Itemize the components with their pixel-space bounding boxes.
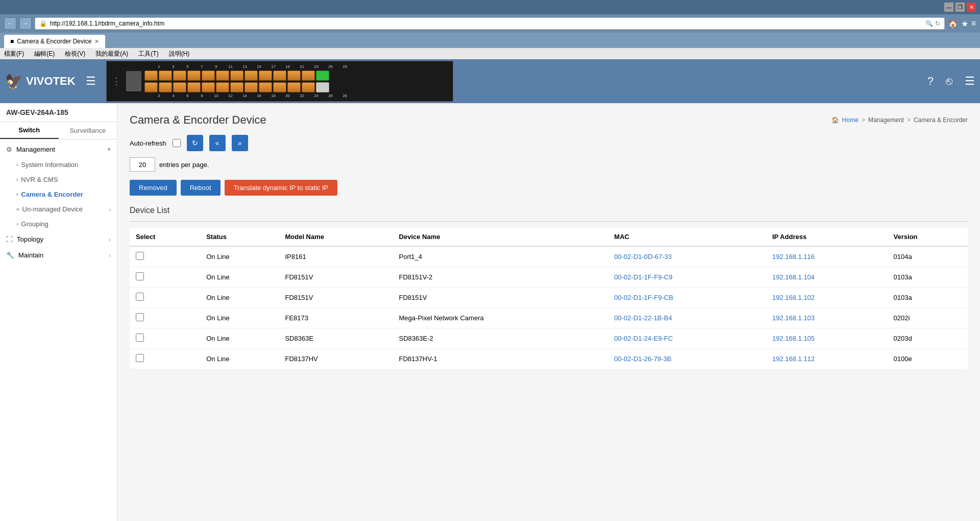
port [159, 70, 172, 81]
chevron-down-icon: ▾ [108, 146, 111, 153]
cell-status: On Line [200, 267, 279, 288]
settings-icon[interactable]: ☰ [965, 75, 975, 88]
cell-ip[interactable]: 192.168.1.112 [772, 355, 815, 363]
dots-icon: ⋮ [112, 76, 121, 87]
cell-version: 0103a [888, 267, 968, 288]
port [287, 82, 301, 92]
port [302, 82, 315, 92]
back-button[interactable]: ← [4, 17, 16, 30]
cell-status: On Line [200, 288, 279, 308]
page-title: Camera & Encorder Device [130, 113, 266, 127]
breadcrumb-management: Management [868, 116, 904, 124]
forward-button[interactable]: → [19, 17, 32, 30]
cell-mac[interactable]: 00-02-D1-1F-F9-C9 [614, 273, 672, 281]
row-checkbox[interactable] [136, 334, 144, 342]
refresh-icon[interactable]: ↻ [935, 20, 940, 27]
search-icon[interactable]: 🔍 [925, 20, 933, 27]
cell-status: On Line [200, 349, 279, 369]
device-table: Select Status Model Name Device Name MAC… [130, 228, 968, 369]
divider [130, 221, 968, 222]
switch-tab-button[interactable]: Switch [0, 122, 59, 139]
help-icon[interactable]: ? [927, 75, 934, 88]
close-button[interactable]: ✕ [967, 3, 976, 12]
breadcrumb: 🏠 Home > Management > Camera & Encorder [831, 116, 968, 124]
cell-model: FE8173 [279, 308, 393, 328]
cell-ip[interactable]: 192.168.1.103 [772, 314, 815, 322]
url-input[interactable] [50, 20, 923, 27]
breadcrumb-home[interactable]: Home [842, 116, 859, 124]
menu-help[interactable]: 說明(H) [169, 50, 190, 58]
auto-refresh-label: Auto-refresh [130, 139, 166, 147]
browser-tab[interactable]: ■ Camera & Encorder Device ✕ [4, 35, 105, 48]
menu-edit[interactable]: 編輯(E) [34, 50, 55, 58]
content-area: Camera & Encorder Device 🏠 Home > Manage… [117, 103, 980, 521]
removed-button[interactable]: Removed [130, 180, 177, 196]
maintain-nav-header[interactable]: 🔧 Maintain ‹ [0, 247, 117, 263]
tab-close-button[interactable]: ✕ [94, 38, 99, 45]
address-bar[interactable]: 🔒 🔍 ↻ [35, 17, 945, 30]
port [216, 70, 229, 81]
sidebar-header: AW-GEV-264A-185 [0, 103, 117, 122]
menu-view[interactable]: 檢視(V) [65, 50, 85, 58]
home-icon[interactable]: 🏠 [948, 19, 958, 29]
sidebar-item-system-info[interactable]: › System Information [0, 157, 117, 172]
auto-refresh-checkbox[interactable] [173, 139, 181, 147]
cell-device-name: FD8151V [393, 288, 608, 308]
surveillance-tab-button[interactable]: Surveillance [59, 122, 117, 139]
cell-ip[interactable]: 192.168.1.116 [772, 253, 815, 260]
cell-mac[interactable]: 00-02-D1-26-79-3B [614, 355, 671, 363]
minimize-button[interactable]: — [944, 3, 953, 12]
sidebar-item-grouping[interactable]: › Grouping [0, 217, 117, 231]
breadcrumb-icon: 🏠 [831, 116, 839, 124]
sidebar-item-camera-encorder[interactable]: › Camera & Encorder [0, 187, 117, 202]
menu-file[interactable]: 檔案(F) [4, 50, 24, 58]
menu-favorites[interactable]: 我的最愛(A) [95, 50, 128, 58]
entries-input[interactable] [130, 157, 155, 172]
hamburger-icon[interactable]: ☰ [86, 75, 96, 88]
row-checkbox[interactable] [136, 252, 144, 260]
entries-row: entries per page. [130, 157, 968, 172]
cell-device-name: FD8137HV-1 [393, 349, 608, 369]
cell-mac[interactable]: 00-02-D1-22-1B-B4 [614, 314, 672, 322]
topology-label: Topology [17, 235, 43, 243]
cell-model: FD8151V [279, 267, 393, 288]
main-content: Camera & Encorder Device 🏠 Home > Manage… [117, 103, 980, 521]
row-checkbox[interactable] [136, 354, 144, 362]
row-checkbox[interactable] [136, 313, 144, 321]
port-active [316, 70, 329, 81]
cell-ip[interactable]: 192.168.1.102 [772, 294, 815, 301]
translate-ip-button[interactable]: Translate dynamic IP to static IP [225, 180, 338, 196]
cell-ip[interactable]: 192.168.1.105 [772, 335, 815, 342]
table-row: On Line FE8173 Mega-Pixel Network Camera… [130, 308, 968, 328]
prev-page-button[interactable]: « [209, 135, 226, 151]
breadcrumb-sep2: > [907, 116, 911, 124]
cell-mac[interactable]: 00-02-D1-24-E9-FC [614, 335, 673, 342]
reboot-button[interactable]: Reboot [181, 180, 220, 196]
sidebar-item-unmanaged-device[interactable]: » Un-managed Device ‹ [0, 202, 117, 217]
maximize-button[interactable]: ❐ [955, 3, 965, 12]
next-page-button[interactable]: » [232, 135, 248, 151]
gear-icon: ⚙ [6, 146, 12, 153]
menu-tools[interactable]: 工具(T) [138, 50, 158, 58]
topology-nav-header[interactable]: ⛶ Topology ‹ [0, 231, 117, 247]
cell-version: 0104a [888, 246, 968, 267]
logout-icon[interactable]: ⎋ [946, 75, 952, 88]
menu-icon[interactable]: ≡ [971, 19, 976, 28]
row-checkbox[interactable] [136, 272, 144, 280]
cell-mac[interactable]: 00-02-D1-0D-67-33 [614, 253, 672, 260]
cell-version: 0100e [888, 349, 968, 369]
refresh-button[interactable]: ↻ [187, 135, 203, 151]
ports-top-row [144, 70, 329, 81]
device-visual: ⋮ [106, 61, 453, 102]
port-sfp [316, 82, 329, 92]
sidebar-item-nvr-cms[interactable]: › NVR & CMS [0, 172, 117, 187]
cell-ip[interactable]: 192.168.1.104 [772, 273, 815, 281]
nav-bar: ← → 🔒 🔍 ↻ 🏠 ★ ≡ [0, 14, 980, 33]
management-nav-header[interactable]: ⚙ Management ▾ [0, 141, 117, 157]
cell-mac[interactable]: 00-02-D1-1F-F9-CB [614, 294, 673, 301]
row-checkbox[interactable] [136, 293, 144, 301]
breadcrumb-current: Camera & Encorder [914, 116, 968, 124]
port [273, 82, 286, 92]
action-buttons: Removed Reboot Translate dynamic IP to s… [130, 180, 968, 196]
star-icon[interactable]: ★ [961, 19, 968, 29]
